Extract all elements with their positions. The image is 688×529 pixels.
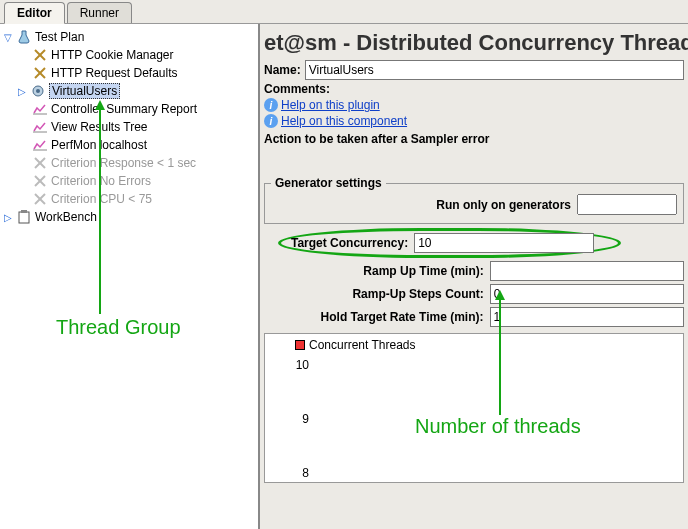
clipboard-icon <box>16 209 32 225</box>
run-only-input[interactable] <box>577 194 677 215</box>
tree-label: View Results Tree <box>51 120 148 134</box>
tree-criterion-no-errors[interactable]: Criterion No Errors <box>0 172 258 190</box>
x-icon <box>32 155 48 171</box>
tree-criterion-cpu[interactable]: Criterion CPU < 75 <box>0 190 258 208</box>
help-component-link[interactable]: Help on this component <box>281 114 407 128</box>
tab-editor[interactable]: Editor <box>4 2 65 24</box>
tree-request-defaults[interactable]: HTTP Request Defaults <box>0 64 258 82</box>
target-concurrency-input[interactable] <box>414 233 594 253</box>
panel-title: et@sm - Distributed Concurrency Thread G… <box>264 30 684 56</box>
tree-label: HTTP Request Defaults <box>51 66 178 80</box>
legend-swatch <box>295 340 305 350</box>
hold-rate-label: Hold Target Rate Time (min): <box>264 310 490 324</box>
ramp-up-time-label: Ramp Up Time (min): <box>284 264 490 278</box>
ramp-up-steps-input[interactable] <box>490 284 684 304</box>
tree-label: Criterion No Errors <box>51 174 151 188</box>
info-icon: i <box>264 98 278 112</box>
tree-criterion-response[interactable]: Criterion Response < 1 sec <box>0 154 258 172</box>
x-icon <box>32 47 48 63</box>
help-plugin-link[interactable]: Help on this plugin <box>281 98 380 112</box>
tree-label: Controller Summary Report <box>51 102 197 116</box>
tree-results-tree[interactable]: View Results Tree <box>0 118 258 136</box>
hold-rate-input[interactable] <box>490 307 684 327</box>
tree-label: WorkBench <box>35 210 97 224</box>
tree-label-selected: VirtualUsers <box>49 83 120 99</box>
ramp-up-steps-label: Ramp-Up Steps Count: <box>284 287 490 301</box>
svg-rect-16 <box>21 210 27 213</box>
chart-icon <box>32 137 48 153</box>
toggle-icon[interactable]: ▷ <box>16 85 28 97</box>
tree-summary-report[interactable]: Controller Summary Report <box>0 100 258 118</box>
ytick-8: 8 <box>285 466 309 480</box>
tree-perfmon[interactable]: PerfMon localhost <box>0 136 258 154</box>
svg-point-5 <box>36 89 40 93</box>
x-icon <box>32 173 48 189</box>
chart: Concurrent Threads 10 9 8 <box>264 333 684 483</box>
tree-cookie-manager[interactable]: HTTP Cookie Manager <box>0 46 258 64</box>
tree-label: PerfMon localhost <box>51 138 147 152</box>
name-label: Name: <box>264 63 301 77</box>
ramp-up-time-input[interactable] <box>490 261 684 281</box>
gear-icon <box>30 83 46 99</box>
tab-runner[interactable]: Runner <box>67 2 132 23</box>
x-icon <box>32 191 48 207</box>
ytick-10: 10 <box>285 358 309 372</box>
chart-icon <box>32 101 48 117</box>
chart-legend: Concurrent Threads <box>295 338 416 352</box>
run-only-label: Run only on generators <box>436 198 571 212</box>
action-label: Action to be taken after a Sampler error <box>264 132 684 146</box>
flask-icon <box>16 29 32 45</box>
tree-test-plan[interactable]: ▽ Test Plan <box>0 28 258 46</box>
toggle-icon[interactable]: ▷ <box>2 211 14 223</box>
svg-rect-15 <box>19 212 29 223</box>
legend-label: Concurrent Threads <box>309 338 416 352</box>
info-icon: i <box>264 114 278 128</box>
toggle-icon[interactable]: ▽ <box>2 31 14 43</box>
target-concurrency-highlight: Target Concurrency: <box>278 228 621 258</box>
tree-label: Criterion Response < 1 sec <box>51 156 196 170</box>
generator-legend: Generator settings <box>271 176 386 190</box>
target-concurrency-label: Target Concurrency: <box>291 236 414 250</box>
tree-label: Test Plan <box>35 30 84 44</box>
tree-virtual-users[interactable]: ▷ VirtualUsers <box>0 82 258 100</box>
details-panel: et@sm - Distributed Concurrency Thread G… <box>260 24 688 529</box>
x-icon <box>32 65 48 81</box>
tree-workbench[interactable]: ▷ WorkBench <box>0 208 258 226</box>
generator-fieldset: Generator settings Run only on generator… <box>264 176 684 224</box>
tree-panel: ▽ Test Plan HTTP Cookie Manager HTTP Req… <box>0 24 260 529</box>
name-input[interactable] <box>305 60 684 80</box>
ytick-9: 9 <box>285 412 309 426</box>
comments-label: Comments: <box>264 82 330 96</box>
tree-label: HTTP Cookie Manager <box>51 48 174 62</box>
chart-icon <box>32 119 48 135</box>
tree-label: Criterion CPU < 75 <box>51 192 152 206</box>
